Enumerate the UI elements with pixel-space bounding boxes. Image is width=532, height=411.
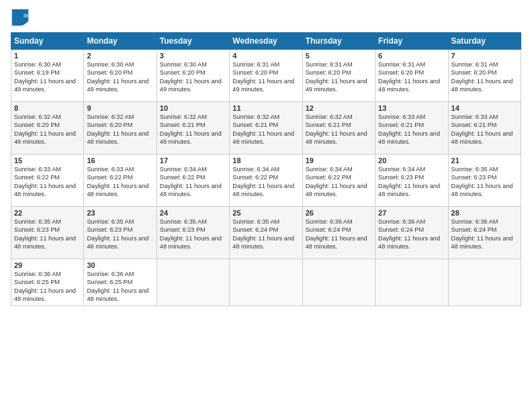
- day-number: 14: [451, 104, 518, 112]
- calendar-cell: 8Sunrise: 6:32 AMSunset: 6:20 PMDaylight…: [11, 102, 84, 154]
- calendar-header-row: SundayMondayTuesdayWednesdayThursdayFrid…: [11, 33, 521, 50]
- calendar-cell: 26Sunrise: 6:36 AMSunset: 6:24 PMDayligh…: [302, 207, 375, 259]
- day-number: 24: [160, 209, 226, 217]
- day-number: 15: [14, 156, 81, 165]
- day-number: 22: [14, 209, 81, 217]
- calendar-cell: 9Sunrise: 6:32 AMSunset: 6:20 PMDaylight…: [84, 102, 157, 154]
- calendar-cell: 10Sunrise: 6:32 AMSunset: 6:21 PMDayligh…: [157, 102, 229, 154]
- day-info: Sunrise: 6:34 AMSunset: 6:22 PMDaylight:…: [232, 165, 299, 199]
- day-number: 4: [232, 52, 299, 60]
- calendar-cell: 25Sunrise: 6:35 AMSunset: 6:24 PMDayligh…: [230, 207, 302, 259]
- day-header-sunday: Sunday: [11, 33, 84, 50]
- calendar-cell: 29Sunrise: 6:36 AMSunset: 6:25 PMDayligh…: [11, 259, 84, 306]
- day-number: 19: [306, 156, 372, 165]
- day-number: 7: [451, 52, 518, 60]
- day-number: 17: [160, 156, 226, 165]
- calendar-cell: 5Sunrise: 6:31 AMSunset: 6:20 PMDaylight…: [302, 50, 375, 102]
- day-header-tuesday: Tuesday: [157, 33, 229, 50]
- day-number: 29: [14, 261, 81, 269]
- day-info: Sunrise: 6:35 AMSunset: 6:23 PMDaylight:…: [87, 218, 153, 251]
- day-number: 10: [160, 104, 226, 112]
- day-number: 26: [306, 209, 372, 217]
- calendar-cell: [448, 259, 521, 306]
- calendar-cell: [230, 259, 302, 306]
- day-info: Sunrise: 6:35 AMSunset: 6:23 PMDaylight:…: [160, 218, 226, 251]
- day-info: Sunrise: 6:30 AMSunset: 6:19 PMDaylight:…: [14, 60, 81, 94]
- day-number: 9: [87, 104, 153, 112]
- day-info: Sunrise: 6:32 AMSunset: 6:21 PMDaylight:…: [232, 113, 299, 146]
- day-header-wednesday: Wednesday: [230, 33, 302, 50]
- day-info: Sunrise: 6:33 AMSunset: 6:22 PMDaylight:…: [14, 165, 81, 199]
- day-number: 2: [87, 52, 153, 60]
- day-number: 18: [232, 156, 299, 165]
- day-info: Sunrise: 6:32 AMSunset: 6:20 PMDaylight:…: [14, 113, 81, 146]
- calendar-cell: 18Sunrise: 6:34 AMSunset: 6:22 PMDayligh…: [230, 154, 302, 207]
- svg-marker-3: [24, 14, 28, 17]
- day-info: Sunrise: 6:36 AMSunset: 6:24 PMDaylight:…: [378, 218, 445, 251]
- calendar-cell: [157, 259, 229, 306]
- day-number: 30: [87, 261, 153, 269]
- day-info: Sunrise: 6:36 AMSunset: 6:24 PMDaylight:…: [306, 218, 372, 251]
- calendar-cell: [302, 259, 375, 306]
- calendar-cell: 14Sunrise: 6:33 AMSunset: 6:21 PMDayligh…: [448, 102, 521, 154]
- day-info: Sunrise: 6:32 AMSunset: 6:21 PMDaylight:…: [160, 113, 226, 146]
- day-info: Sunrise: 6:32 AMSunset: 6:20 PMDaylight:…: [87, 113, 153, 146]
- calendar-cell: 30Sunrise: 6:36 AMSunset: 6:25 PMDayligh…: [84, 259, 157, 306]
- calendar-cell: 20Sunrise: 6:34 AMSunset: 6:23 PMDayligh…: [375, 154, 448, 207]
- day-number: 6: [378, 52, 445, 60]
- calendar-cell: 27Sunrise: 6:36 AMSunset: 6:24 PMDayligh…: [375, 207, 448, 259]
- day-number: 28: [451, 209, 518, 217]
- day-info: Sunrise: 6:31 AMSunset: 6:20 PMDaylight:…: [451, 60, 518, 94]
- day-info: Sunrise: 6:36 AMSunset: 6:25 PMDaylight:…: [14, 270, 81, 304]
- calendar-cell: 15Sunrise: 6:33 AMSunset: 6:22 PMDayligh…: [11, 154, 84, 207]
- day-number: 12: [306, 104, 372, 112]
- svg-rect-0: [12, 9, 20, 17]
- calendar-cell: 12Sunrise: 6:32 AMSunset: 6:21 PMDayligh…: [302, 102, 375, 154]
- day-number: 1: [14, 52, 81, 60]
- day-number: 8: [14, 104, 81, 112]
- day-number: 3: [160, 52, 226, 60]
- day-header-thursday: Thursday: [302, 33, 375, 50]
- day-info: Sunrise: 6:33 AMSunset: 6:22 PMDaylight:…: [87, 165, 153, 199]
- day-number: 11: [232, 104, 299, 112]
- day-info: Sunrise: 6:34 AMSunset: 6:22 PMDaylight:…: [160, 165, 226, 199]
- day-info: Sunrise: 6:35 AMSunset: 6:24 PMDaylight:…: [232, 218, 299, 251]
- day-info: Sunrise: 6:33 AMSunset: 6:21 PMDaylight:…: [451, 113, 518, 146]
- day-number: 25: [232, 209, 299, 217]
- calendar-cell: 23Sunrise: 6:35 AMSunset: 6:23 PMDayligh…: [84, 207, 157, 259]
- calendar-cell: 1Sunrise: 6:30 AMSunset: 6:19 PMDaylight…: [11, 50, 84, 102]
- svg-rect-2: [12, 17, 20, 26]
- day-header-monday: Monday: [84, 33, 157, 50]
- calendar-cell: 17Sunrise: 6:34 AMSunset: 6:22 PMDayligh…: [157, 154, 229, 207]
- logo: [11, 8, 32, 27]
- calendar-cell: 24Sunrise: 6:35 AMSunset: 6:23 PMDayligh…: [157, 207, 229, 259]
- day-number: 27: [378, 209, 445, 217]
- day-header-friday: Friday: [375, 33, 448, 50]
- day-info: Sunrise: 6:36 AMSunset: 6:24 PMDaylight:…: [451, 218, 518, 251]
- calendar-cell: 13Sunrise: 6:33 AMSunset: 6:21 PMDayligh…: [375, 102, 448, 154]
- day-info: Sunrise: 6:31 AMSunset: 6:20 PMDaylight:…: [306, 60, 372, 94]
- day-info: Sunrise: 6:31 AMSunset: 6:20 PMDaylight:…: [378, 60, 445, 94]
- day-number: 16: [87, 156, 153, 165]
- day-number: 21: [451, 156, 518, 165]
- day-info: Sunrise: 6:32 AMSunset: 6:21 PMDaylight:…: [306, 113, 372, 146]
- calendar-cell: [375, 259, 448, 306]
- calendar-cell: 28Sunrise: 6:36 AMSunset: 6:24 PMDayligh…: [448, 207, 521, 259]
- logo-icon: [11, 8, 30, 27]
- calendar-cell: 2Sunrise: 6:30 AMSunset: 6:20 PMDaylight…: [84, 50, 157, 102]
- calendar-table: SundayMondayTuesdayWednesdayThursdayFrid…: [11, 32, 521, 306]
- calendar-body: 1Sunrise: 6:30 AMSunset: 6:19 PMDaylight…: [11, 50, 521, 306]
- day-info: Sunrise: 6:30 AMSunset: 6:20 PMDaylight:…: [87, 60, 153, 94]
- day-number: 13: [378, 104, 445, 112]
- day-info: Sunrise: 6:33 AMSunset: 6:21 PMDaylight:…: [378, 113, 445, 146]
- day-info: Sunrise: 6:35 AMSunset: 6:23 PMDaylight:…: [14, 218, 81, 251]
- day-number: 23: [87, 209, 153, 217]
- calendar-cell: 19Sunrise: 6:34 AMSunset: 6:22 PMDayligh…: [302, 154, 375, 207]
- day-number: 20: [378, 156, 445, 165]
- calendar-cell: 21Sunrise: 6:35 AMSunset: 6:23 PMDayligh…: [448, 154, 521, 207]
- calendar-cell: 7Sunrise: 6:31 AMSunset: 6:20 PMDaylight…: [448, 50, 521, 102]
- day-info: Sunrise: 6:36 AMSunset: 6:25 PMDaylight:…: [87, 270, 153, 304]
- calendar-cell: 22Sunrise: 6:35 AMSunset: 6:23 PMDayligh…: [11, 207, 84, 259]
- calendar-cell: 16Sunrise: 6:33 AMSunset: 6:22 PMDayligh…: [84, 154, 157, 207]
- day-info: Sunrise: 6:34 AMSunset: 6:22 PMDaylight:…: [306, 165, 372, 199]
